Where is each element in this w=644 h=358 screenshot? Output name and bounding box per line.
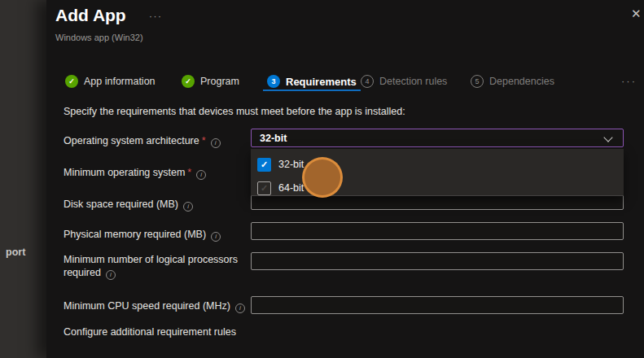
close-icon[interactable]: ✕ (631, 7, 642, 21)
step-requirements[interactable]: 3 Requirements (267, 73, 357, 90)
info-icon[interactable]: i (211, 138, 221, 148)
step-label: Dependencies (489, 76, 554, 87)
step-label: Requirements (286, 76, 357, 88)
step-label: Detection rules (379, 76, 447, 87)
option-64-bit[interactable]: ✓ 64-bit (257, 179, 304, 197)
disk-space-label: Disk space required (MB)i (64, 198, 256, 212)
physical-memory-input[interactable] (251, 222, 624, 240)
option-label: 64-bit (278, 182, 304, 194)
requirements-instruction: Specify the requirements that devices mu… (64, 106, 405, 117)
cpu-speed-label: Minimum CPU speed required (MHz)i (64, 299, 256, 313)
step-number-icon: 5 (471, 75, 484, 88)
step-dependencies[interactable]: 5 Dependencies (471, 73, 554, 90)
info-icon[interactable]: i (196, 170, 206, 180)
step-app-information[interactable]: ✓ App information (65, 73, 156, 90)
chevron-down-icon (603, 133, 612, 142)
logical-processors-label: Minimum number of logical processors req… (64, 253, 256, 280)
additional-requirement-rules-text: Configure additional requirement rules (64, 326, 236, 338)
step-detection-rules[interactable]: 4 Detection rules (361, 73, 447, 90)
required-asterisk: * (202, 135, 206, 146)
step-number-icon: 4 (361, 75, 374, 88)
step-done-check-icon: ✓ (65, 75, 78, 88)
checkbox-checked-icon[interactable]: ✓ (257, 158, 271, 172)
title-overflow-menu-icon[interactable]: ··· (149, 11, 163, 22)
info-icon[interactable]: i (183, 202, 193, 212)
minimum-os-label: Minimum operating system*i (64, 166, 256, 180)
selected-value: 32-bit (260, 133, 287, 144)
page-title: Add App (55, 6, 126, 25)
option-32-bit[interactable]: ✓ 32-bit (257, 155, 304, 173)
cpu-speed-input[interactable] (251, 296, 624, 314)
required-asterisk: * (187, 167, 191, 178)
info-icon[interactable]: i (235, 303, 245, 313)
step-done-check-icon: ✓ (182, 75, 195, 88)
os-architecture-select[interactable]: 32-bit (251, 129, 624, 147)
active-step-underline (263, 90, 361, 91)
step-label: App information (84, 76, 156, 87)
steps-overflow-icon[interactable]: ··· (621, 75, 637, 87)
logical-processors-input[interactable] (251, 252, 624, 270)
clipped-sidebar-text: port (6, 247, 25, 258)
step-number-icon: 3 (267, 75, 280, 88)
step-label: Program (200, 76, 239, 87)
info-icon[interactable]: i (211, 232, 221, 242)
option-label: 32-bit (278, 159, 304, 170)
info-icon[interactable]: i (106, 270, 116, 280)
physical-memory-label: Physical memory required (MB)i (64, 228, 256, 242)
background-blade: port (0, 0, 46, 358)
os-architecture-label: Operating system architecture*i (64, 134, 256, 148)
app-type-subtitle: Windows app (Win32) (55, 33, 143, 42)
step-program[interactable]: ✓ Program (182, 73, 239, 90)
checkbox-unchecked-icon[interactable]: ✓ (257, 181, 271, 195)
click-highlight-overlay (302, 157, 343, 198)
